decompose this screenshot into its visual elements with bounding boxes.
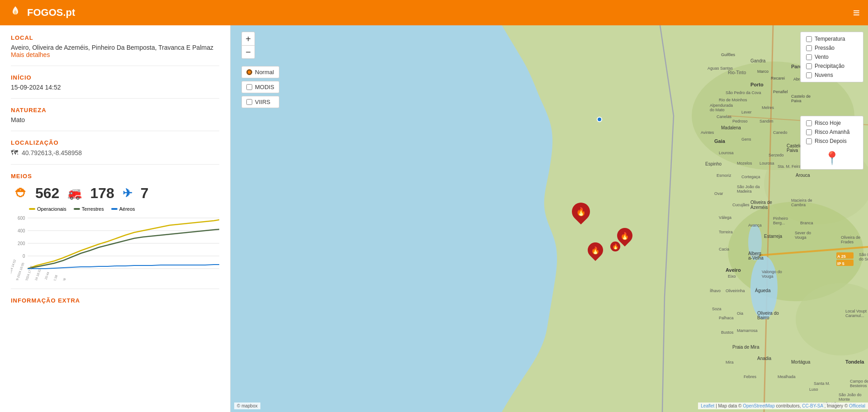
overlay-precipitacao[interactable]: Precipitação	[806, 63, 858, 69]
svg-text:Arouca: Arouca	[796, 173, 810, 178]
risk-depois[interactable]: Risco Depois	[806, 138, 858, 144]
svg-text:Mealhada: Mealhada	[778, 374, 796, 379]
fire-marker-4[interactable]: 🔥	[610, 242, 620, 251]
svg-text:Canedo: Canedo	[773, 130, 788, 135]
menu-icon[interactable]: ≡	[853, 6, 860, 20]
layer-normal-label: Normal	[255, 69, 274, 76]
svg-text:Castelo de: Castelo de	[791, 94, 811, 99]
svg-text:Local Voupt: Local Voupt	[845, 309, 867, 313]
chart-svg: 600 400 200 0 15-09-2024 14:52 15-09-202…	[11, 213, 219, 280]
svg-text:Sta. M. Feira: Sta. M. Feira	[778, 164, 801, 169]
svg-text:Penafiel: Penafiel	[773, 90, 788, 94]
svg-text:400: 400	[18, 228, 25, 233]
svg-text:15-09-2024 14:52: 15-09-2024 14:52	[11, 259, 16, 280]
zoom-controls: + −	[241, 32, 255, 59]
svg-text:Aguas Santas: Aguas Santas	[708, 66, 733, 71]
svg-text:Oliveira de: Oliveira de	[841, 235, 860, 240]
layer-normal-radio[interactable]	[246, 69, 252, 75]
layer-viirs-checkbox[interactable]	[246, 99, 252, 105]
svg-text:do Mato: do Mato	[710, 108, 725, 112]
ccbysa-link[interactable]: CC-BY-SA	[802, 403, 823, 408]
svg-text:Aveiro: Aveiro	[726, 267, 741, 273]
legend-terrestres: Terrestres	[74, 206, 104, 212]
svg-text:Eixo: Eixo	[728, 274, 736, 279]
svg-text:Lourosa: Lourosa	[760, 161, 774, 166]
zoom-in-button[interactable]: +	[241, 32, 255, 45]
svg-text:200: 200	[18, 241, 25, 246]
svg-text:IP 5: IP 5	[837, 261, 844, 266]
svg-text:Cambra: Cambra	[791, 203, 806, 207]
localizacao-row: 🗺 40.792613,-8.458958	[11, 149, 219, 157]
osm-link[interactable]: OpenStreetMap	[743, 403, 775, 408]
svg-text:Sandim: Sandim	[760, 119, 774, 123]
svg-text:Berg...: Berg...	[773, 221, 785, 225]
natureza-value: Mato	[11, 116, 219, 123]
localizacao-value: 40.792613,-8.458958	[22, 149, 82, 156]
svg-text:Canelas: Canelas	[717, 114, 732, 119]
svg-text:A 25: A 25	[837, 254, 846, 259]
officelal-link[interactable]: Officelal	[849, 403, 865, 408]
svg-text:Macieira de: Macieira de	[791, 198, 812, 203]
layer-normal-option[interactable]: Normal	[241, 66, 279, 78]
sidebar: LOCAL Aveiro, Oliveira de Azeméis, Pinhe…	[0, 25, 231, 412]
svg-text:Mortágua: Mortágua	[791, 360, 811, 365]
layer-modis-option[interactable]: MODIS	[241, 81, 279, 93]
svg-text:Mira: Mira	[726, 360, 734, 365]
overlay-pressao[interactable]: Pressão	[806, 45, 858, 51]
svg-text:Besteiros: Besteiros	[850, 384, 867, 388]
overlay-nuvens[interactable]: Nuvens	[806, 72, 858, 78]
svg-text:0: 0	[23, 254, 25, 259]
svg-text:Praia de Mira: Praia de Mira	[732, 345, 760, 350]
svg-text:Sever do: Sever do	[795, 231, 811, 235]
leaflet-link[interactable]: Leaflet	[701, 403, 714, 408]
svg-text:Paiva: Paiva	[791, 99, 802, 103]
fire-marker-1[interactable]: 🔥	[568, 199, 594, 225]
map-background: A 25 IP 5 Paredes Gandra Guifões Marco R…	[231, 25, 868, 412]
fire-marker-3[interactable]: 🔥	[585, 239, 606, 261]
local-label: LOCAL	[11, 34, 219, 41]
svg-text:Madeira: Madeira	[737, 189, 752, 194]
layer-modis-checkbox[interactable]	[246, 84, 252, 90]
svg-text:Madalena: Madalena	[721, 125, 741, 130]
svg-text:Rio de Moinhos: Rio de Moinhos	[719, 98, 747, 102]
legend-aereos: Aéreos	[111, 206, 135, 212]
risk-hoje[interactable]: Risco Hoje	[806, 120, 858, 126]
svg-text:Santa M.: Santa M.	[814, 381, 830, 386]
svg-text:Cucujães: Cucujães	[732, 203, 750, 207]
zoom-out-button[interactable]: −	[241, 45, 255, 59]
svg-text:Campo de: Campo de	[850, 379, 868, 384]
svg-text:Paiva: Paiva	[787, 148, 798, 153]
svg-text:Caramul...: Caramul...	[845, 313, 864, 318]
overlay-temperatura[interactable]: Temperatura	[806, 36, 858, 42]
meios-aereos-value: 7	[141, 185, 149, 202]
svg-text:Ílhavo: Ílhavo	[710, 289, 721, 293]
layer-viirs-label: VIIRS	[255, 99, 270, 105]
svg-text:Alpendurada: Alpendurada	[710, 103, 733, 108]
layer-controls: Normal MODIS VIIRS	[241, 66, 279, 108]
svg-text:Vouga: Vouga	[762, 274, 774, 279]
svg-text:Estarreja: Estarreja	[764, 234, 782, 239]
mais-detalhes-link[interactable]: Mais detalhes	[11, 51, 50, 58]
location-dot	[597, 117, 602, 122]
svg-text:a-Velha: a-Velha	[748, 256, 764, 260]
info-extra-label: INFORMAÇÃO EXTRA	[11, 297, 219, 304]
logo-text: FOGOS.pt	[27, 7, 75, 19]
svg-text:Branca: Branca	[800, 221, 813, 225]
flame-icon	[8, 5, 23, 20]
svg-text:São Pedro: São Pedro	[859, 252, 868, 257]
overlay-vento[interactable]: Vento	[806, 54, 858, 60]
svg-text:Rio-Tinto: Rio-Tinto	[728, 70, 746, 75]
svg-text:Gens: Gens	[741, 137, 751, 142]
svg-text:Monte: Monte	[839, 397, 850, 402]
meios-terrestres-value: 178	[90, 185, 114, 202]
map-overlay-controls: Temperatura Pressão Vento Precipitação N…	[800, 32, 863, 82]
layer-viirs-option[interactable]: VIIRS	[241, 96, 279, 108]
svg-text:Bairro: Bairro	[757, 315, 769, 320]
risk-amanha[interactable]: Risco Amanhã	[806, 129, 858, 135]
svg-text:São Pedro da Cova: São Pedro da Cova	[726, 90, 761, 95]
svg-text:Porto: Porto	[750, 82, 764, 87]
map-area[interactable]: A 25 IP 5 Paredes Gandra Guifões Marco R…	[231, 25, 868, 412]
map-attribution: Leaflet | Map data © OpenStreetMap contr…	[698, 403, 868, 409]
svg-text:Cacia: Cacia	[719, 247, 729, 251]
inicio-label: INÍCIO	[11, 74, 219, 81]
